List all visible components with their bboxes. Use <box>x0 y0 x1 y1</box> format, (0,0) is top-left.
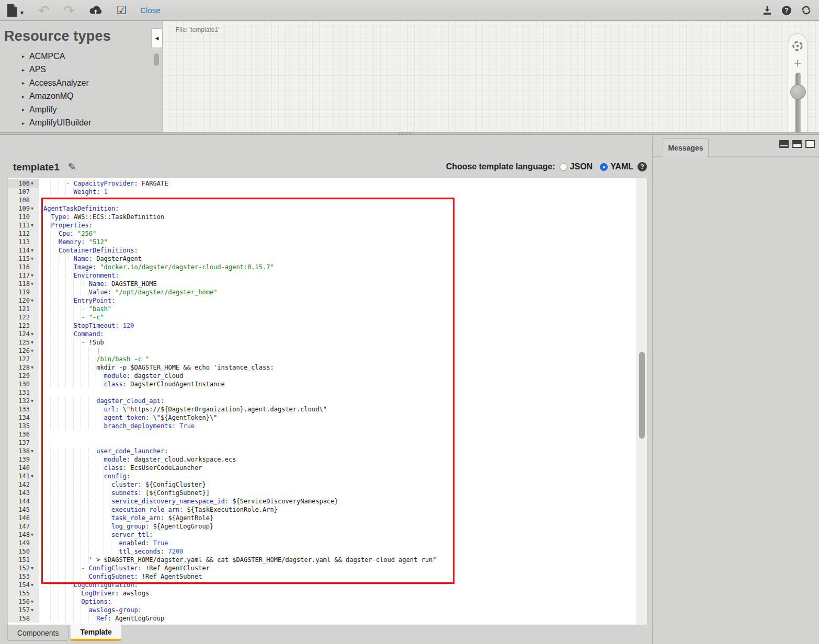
resource-type-item[interactable]: ▸APS <box>22 63 162 77</box>
fold-arrow-icon[interactable]: ▾ <box>31 597 39 606</box>
validate-template-icon[interactable]: ☑ <box>117 5 127 16</box>
resource-type-item[interactable]: ▸AmplifyUIBuilder <box>22 117 162 130</box>
code-editor[interactable]: 106▾ - CapacityProvider: FARGATE107 Weig… <box>7 178 647 625</box>
code-line[interactable]: 132▾ dagster_cloud_api: <box>8 397 636 405</box>
zoom-in-icon[interactable]: + <box>793 56 801 70</box>
fold-arrow-icon[interactable]: ▾ <box>31 472 39 480</box>
redo-icon[interactable]: ↷ <box>63 5 75 16</box>
code-line[interactable]: 151 ' > $DAGSTER_HOME/dagster.yaml && ca… <box>8 556 636 564</box>
fold-arrow-icon[interactable]: ▾ <box>31 296 39 305</box>
fold-arrow-icon[interactable]: ▾ <box>31 179 39 188</box>
tab-template[interactable]: Template <box>71 625 121 641</box>
collapse-panel-button[interactable]: ◀ <box>151 28 163 48</box>
fold-arrow-icon[interactable]: ▾ <box>31 347 39 355</box>
code-line[interactable]: 147 log_group: ${AgentLogGroup} <box>8 522 636 531</box>
code-line[interactable]: 120▾ EntryPoint: <box>8 296 636 305</box>
code-line[interactable]: 119 Value: "/opt/dagster/dagster_home" <box>8 288 636 296</box>
code-line[interactable]: 124▾ Command: <box>8 330 636 338</box>
designer-canvas[interactable]: File: 'template1' ◀ + <box>162 21 819 132</box>
code-line[interactable]: 113 Memory: "512" <box>8 238 636 246</box>
code-line[interactable]: 118▾ - Name: DAGSTER_HOME <box>8 280 636 288</box>
edit-pencil-icon[interactable]: ✎ <box>68 161 76 173</box>
new-file-button[interactable]: ▼ <box>6 4 25 17</box>
resource-type-item[interactable]: ▸Amplify <box>22 103 162 117</box>
fold-arrow-icon[interactable]: ▾ <box>31 204 39 213</box>
scrollbar-thumb[interactable] <box>154 53 159 66</box>
language-option-json[interactable]: JSON <box>560 162 593 171</box>
code-line[interactable]: 158 Ref: AgentLogGroup <box>8 614 636 623</box>
code-line[interactable]: 154▾ LogConfiguration: <box>8 581 636 589</box>
fold-arrow-icon[interactable]: ▾ <box>31 221 39 229</box>
code-line[interactable]: 156▾ Options: <box>8 597 636 606</box>
resource-type-item[interactable]: ▸AmazonMQ <box>22 90 162 104</box>
code-line[interactable]: 134 agent_token: \"${AgentToken}\" <box>8 413 636 422</box>
code-line[interactable]: 117▾ Environment: <box>8 271 636 280</box>
editor-scrollbar[interactable] <box>636 178 647 625</box>
fold-arrow-icon[interactable]: ▾ <box>31 255 39 263</box>
code-line[interactable]: 106▾ - CapacityProvider: FARGATE <box>8 179 636 188</box>
help-icon[interactable]: ? <box>782 6 791 15</box>
resource-panel-scrollbar[interactable] <box>154 53 159 132</box>
fold-arrow-icon[interactable]: ▾ <box>31 338 39 347</box>
fold-arrow-icon[interactable]: ▾ <box>31 397 39 405</box>
panel-divider[interactable] <box>652 135 653 644</box>
code-line[interactable]: 126▾ - |- <box>8 347 636 355</box>
fold-arrow-icon[interactable]: ▾ <box>31 581 39 589</box>
zoom-slider-track[interactable] <box>795 73 801 132</box>
code-line[interactable]: 121 - "bash" <box>8 305 636 313</box>
code-line[interactable]: 141▾ config: <box>8 472 636 480</box>
code-line[interactable]: 149 enabled: True <box>8 539 636 547</box>
refresh-icon[interactable] <box>801 5 812 16</box>
code-line[interactable]: 112 Cpu: "256" <box>8 229 636 238</box>
fold-arrow-icon[interactable]: ▾ <box>31 330 39 338</box>
cloud-upload-icon[interactable] <box>88 5 103 16</box>
expand-triangle-icon[interactable]: ▸ <box>22 53 29 59</box>
code-line[interactable]: 116 Image: "docker.io/dagster/dagster-cl… <box>8 263 636 271</box>
close-link[interactable]: Close <box>140 6 160 15</box>
fold-arrow-icon[interactable]: ▾ <box>31 280 39 288</box>
code-line[interactable]: 139 module: dagster_cloud.workspace.ecs <box>8 455 636 464</box>
code-line[interactable]: 153 ConfigSubnet: !Ref AgentSubnet <box>8 572 636 581</box>
expand-triangle-icon[interactable]: ▸ <box>22 67 29 73</box>
undo-icon[interactable]: ↶ <box>38 5 50 16</box>
radio-checked-icon[interactable] <box>600 163 608 171</box>
expand-triangle-icon[interactable]: ▸ <box>22 120 29 126</box>
language-option-yaml[interactable]: YAML <box>600 162 633 171</box>
code-line[interactable]: 129 module: dagster_cloud <box>8 372 636 380</box>
code-line[interactable]: 128▾ mkdir -p $DAGSTER_HOME && echo 'ins… <box>8 363 636 372</box>
code-line[interactable]: 155 LogDriver: awslogs <box>8 589 636 597</box>
help-icon[interactable]: ? <box>638 162 647 171</box>
code-line[interactable]: 145 execution_role_arn: ${TaskExecutionR… <box>8 505 636 514</box>
code-line[interactable]: 131 <box>8 388 636 397</box>
code-line[interactable]: 143 subnets: [${ConfigSubnet}] <box>8 489 636 497</box>
fold-arrow-icon[interactable]: ▾ <box>31 447 39 455</box>
code-line[interactable]: 127 /bin/bash -c " <box>8 355 636 363</box>
code-line[interactable]: 140 class: EcsUserCodeLauncher <box>8 464 636 472</box>
code-line[interactable]: 157▾ awslogs-group: <box>8 606 636 614</box>
code-line[interactable]: 114▾ ContainerDefinitions: <box>8 246 636 255</box>
code-line[interactable]: 138▾ user_code_launcher: <box>8 447 636 455</box>
code-line[interactable]: 133 url: \"https://${DagsterOrganization… <box>8 405 636 413</box>
code-line[interactable]: 135 branch_deployments: True <box>8 422 636 430</box>
fold-arrow-icon[interactable]: ▾ <box>31 271 39 280</box>
code-line[interactable]: 115▾ - Name: DagsterAgent <box>8 255 636 263</box>
fold-arrow-icon[interactable]: ▾ <box>31 531 39 539</box>
code-line[interactable]: 146 task_role_arn: ${AgentRole} <box>8 514 636 522</box>
zoom-slider-knob[interactable] <box>790 84 806 100</box>
code-line[interactable]: 130 class: DagsterCloudAgentInstance <box>8 380 636 388</box>
code-line[interactable]: 150 ttl_seconds: 7200 <box>8 547 636 556</box>
fold-arrow-icon[interactable]: ▾ <box>31 606 39 614</box>
code-line[interactable]: 110 Type: AWS::ECS::TaskDefinition <box>8 213 636 221</box>
code-line[interactable]: 109▾AgentTaskDefinition: <box>8 204 636 213</box>
resource-type-item[interactable]: ▸AccessAnalyzer <box>22 76 162 90</box>
fold-arrow-icon[interactable]: ▾ <box>31 363 39 372</box>
code-line[interactable]: 107 Weight: 1 <box>8 188 636 196</box>
resource-type-item[interactable]: ▸ACMPCA <box>22 50 162 63</box>
scrollbar-thumb[interactable] <box>639 352 645 439</box>
code-line[interactable]: 136 <box>8 430 636 439</box>
code-line[interactable]: 125▾ - !Sub <box>8 338 636 347</box>
code-line[interactable]: 152▾ - ConfigCluster: !Ref AgentCluster <box>8 564 636 572</box>
layout-editor-maximized-icon[interactable] <box>779 140 789 148</box>
layout-canvas-maximized-icon[interactable] <box>805 140 815 148</box>
code-line[interactable]: 148▾ server_ttl: <box>8 531 636 539</box>
